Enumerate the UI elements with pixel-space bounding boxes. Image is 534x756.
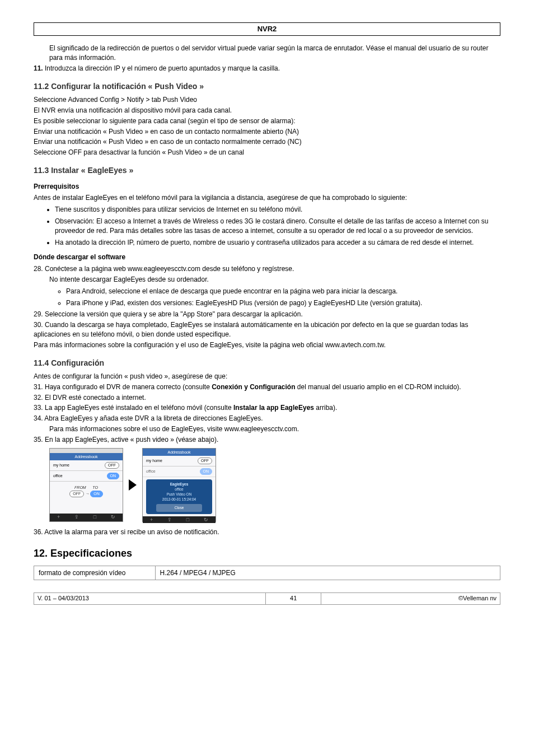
phone-row-label: my home (53, 463, 69, 468)
phone-status-bar (50, 449, 123, 453)
plus-icon: + (57, 514, 60, 521)
phone-screenshot-left: Addressbook my home OFF office ON FROM T… (49, 448, 123, 522)
prereq-intro: Antes de instalar EagleEyes en el teléfo… (34, 193, 500, 203)
prereq-list: Tiene suscritos y disponibles para utili… (34, 205, 500, 247)
refresh-icon: ↻ (204, 516, 208, 524)
table-row: formato de compresión vídeo H.264 / MPEG… (34, 566, 500, 580)
dl-29: 29. Seleccione la versión que quiera y s… (34, 310, 500, 319)
p-11-2-b: El NVR envía una notificación al disposi… (34, 106, 500, 115)
spec-table: formato de compresión vídeo H.264 / MPEG… (34, 566, 500, 581)
dl-28-c2: Para iPhone y iPad, existen dos versione… (66, 298, 500, 308)
prereq-item-2: Observación: El acceso a Internet a trav… (55, 217, 500, 236)
page-footer: V. 01 – 04/03/2013 41 ©Velleman nv (34, 592, 500, 604)
section-11-3: 11.3 Instalar « EagleEyes » (34, 165, 500, 176)
phone-row-office: office ON (143, 466, 216, 477)
dl-28: 28. Conéctese a la página web www.eaglee… (34, 264, 500, 274)
heading-prereq: Prerrequisitos (34, 182, 500, 192)
share-icon: ⇪ (167, 516, 172, 524)
step-11: 11. Introduzca la dirección IP y el núme… (34, 64, 500, 73)
toggle-on: ON (107, 473, 120, 479)
cfg-34-sub: Para más informaciones sobre el uso de E… (49, 424, 500, 434)
cfg-32: 32. El DVR esté conectado a internet. (34, 393, 500, 403)
cfg-33-b: Instalar la app EagleEyes (233, 404, 314, 412)
section-11-2: 11.2 Configurar la notificación « Push V… (34, 81, 500, 92)
cfg-intro: Antes de configurar la función « push vi… (34, 372, 500, 381)
p-11-2-a: Seleccione Advanced Config > Notify > ta… (34, 95, 500, 105)
to-label: TO (92, 486, 98, 489)
phone-header: Addressbook (143, 449, 216, 456)
cfg-31-a: 31. Haya configurado el DVR de manera co… (34, 383, 212, 391)
toggle-off: OFF (198, 458, 212, 464)
prereq-item-1: Tiene suscritos y disponibles para utili… (55, 205, 500, 214)
p-11-2-c: Es posible seleccionar lo siguiente para… (34, 116, 500, 126)
phone-row-office: office ON (50, 471, 123, 482)
popup-close-button: Close (156, 504, 202, 511)
popup-line3: 2012-00-01 15:24:04 (147, 497, 211, 502)
section-11-4: 11.4 Configuración (34, 358, 500, 369)
folder-icon: □ (93, 514, 96, 521)
cfg-33: 33. La app EagleEyes esté instalado en e… (34, 403, 500, 413)
doc-title: NVR2 (257, 25, 277, 33)
share-icon: ⇪ (74, 514, 79, 521)
cfg-33-c: arriba). (314, 404, 337, 412)
toggle-off: OFF (105, 462, 119, 469)
dl-more: Para más informaciones sobre la configur… (34, 340, 500, 350)
screenshot-group: Addressbook my home OFF office ON FROM T… (49, 448, 500, 522)
toggle-on: ON (200, 468, 213, 475)
phone-row-label: office (53, 473, 63, 479)
phone-header: Addressbook (50, 453, 123, 461)
pill-off: OFF (69, 491, 84, 497)
cfg-31-b: Conexión y Configuración (212, 383, 295, 391)
phone-bottom-bar: + ⇪ □ ↻ (143, 516, 216, 524)
cfg-35: 35. En la app EagleEyes, active « push v… (34, 435, 500, 445)
phone-row-myhome: my home OFF (50, 460, 123, 471)
spec-value: H.264 / MPEG4 / MJPEG (155, 566, 500, 580)
cfg-36: 36. Active la alarma para ver si recibe … (34, 528, 500, 537)
cfg-31: 31. Haya configurado el DVR de manera co… (34, 382, 500, 392)
folder-icon: □ (186, 516, 189, 524)
play-arrow-icon (129, 479, 137, 491)
dl-28-sub: No intente descargar EagleEyes desde su … (49, 275, 500, 284)
phone-fromto: FROM TO OFF → ON (50, 482, 123, 501)
p-11-2-e: Enviar una notificación « Push Video » e… (34, 137, 500, 147)
phone-row-label: my home (146, 458, 162, 464)
phone-row-myhome: my home OFF (143, 456, 216, 466)
chapter-12: 12. Especificaciones (34, 547, 500, 561)
p-11-2-d: Enviar una notificación « Push Video » e… (34, 127, 500, 137)
phone-bottom-bar: + ⇪ □ ↻ (50, 514, 123, 521)
doc-title-box: NVR2 (34, 22, 500, 36)
dl-28-c1: Para Android, seleccione el enlace de de… (66, 287, 500, 296)
phone-popup: EagleEyes office Push Video ON 2012-00-0… (146, 479, 212, 514)
footer-page-number: 41 (265, 593, 321, 604)
spec-key: formato de compresión vídeo (34, 566, 156, 580)
footer-copyright: ©Velleman nv (321, 593, 500, 604)
cfg-31-c: del manual del usuario amplio en el CD-R… (296, 383, 461, 391)
footer-version: V. 01 – 04/03/2013 (34, 593, 266, 604)
plus-icon: + (150, 516, 153, 524)
p-11-2-f: Seleccione OFF para desactivar la funció… (34, 148, 500, 157)
cfg-33-a: 33. La app EagleEyes esté instalado en e… (34, 404, 233, 412)
popup-line1: office (147, 487, 211, 492)
intro-paragraph: El significado de la redirección de puer… (49, 44, 500, 63)
phone-row-label: office (146, 469, 156, 474)
dl-28-sublist: Para Android, seleccione el enlace de de… (34, 287, 500, 308)
popup-title: EagleEyes (147, 482, 211, 487)
refresh-icon: ↻ (111, 514, 115, 521)
step-11-text: Introduzca la dirección IP y el número d… (45, 64, 280, 72)
phone-screenshot-right: Addressbook my home OFF office ON EagleE… (142, 448, 216, 522)
pill-on: ON (90, 491, 103, 497)
cfg-34: 34. Abra EagleEyes y añada este DVR a la… (34, 414, 500, 423)
heading-download: Dónde descargar el software (34, 253, 500, 262)
popup-line2: Push Video ON (147, 492, 211, 497)
step-11-num: 11. (34, 64, 43, 72)
dl-30: 30. Cuando la descarga se haya completad… (34, 320, 500, 339)
from-label: FROM (74, 486, 86, 489)
prereq-item-3: Ha anotado la dirección IP, número de pu… (55, 238, 500, 248)
